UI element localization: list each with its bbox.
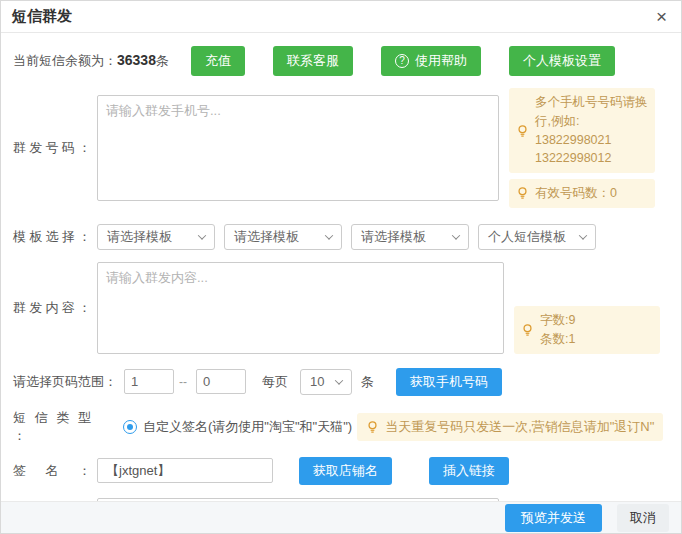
insert-link-button[interactable]: 插入链接 — [429, 457, 509, 485]
per-page-unit: 条 — [361, 373, 374, 391]
balance-unit: 条 — [156, 53, 169, 68]
get-shop-name-button[interactable]: 获取店铺名 — [299, 457, 392, 485]
template-select-1-value: 请选择模板 — [107, 228, 172, 246]
duplicate-number-hint-text: 当天重复号码只发送一次,营销信息请加"退订N" — [385, 417, 654, 437]
valid-count-hint: 有效号码数：0 — [509, 179, 655, 208]
chevron-down-icon — [198, 231, 206, 239]
sms-type-label: 短 信 类 型 ： — [13, 409, 91, 445]
signature-row: 签 名 ： 获取店铺名 插入链接 — [13, 457, 669, 485]
chevron-down-icon — [335, 376, 343, 384]
range-separator: -- — [179, 375, 187, 389]
preview-and-send-button[interactable]: 预览并发送 — [505, 504, 602, 532]
sms-type-row: 短 信 类 型 ： 自定义签名(请勿使用"淘宝"和"天猫") 当天重复号码只发送… — [13, 409, 669, 445]
per-page-select[interactable]: 10 — [300, 369, 352, 395]
recipients-hint-column: 多个手机号号码请换行,例如: 13822998021 13222998012 有… — [509, 88, 655, 208]
sms-bulk-send-dialog: 短信群发 × 当前短信余额为：36338条 充值 联系客服 ?使用帮助 个人模板… — [0, 0, 682, 534]
balance-label: 当前短信余额为： — [13, 53, 117, 68]
lightbulb-icon — [366, 420, 379, 434]
template-select-1[interactable]: 请选择模板 — [97, 224, 215, 250]
balance-text: 当前短信余额为：36338条 — [13, 52, 169, 70]
hint-example-number: 13222998012 — [535, 149, 648, 168]
fetch-phone-numbers-button[interactable]: 获取手机号码 — [396, 368, 502, 396]
balance-amount: 36338 — [117, 52, 156, 68]
page-to-input[interactable] — [196, 369, 246, 394]
personal-template-select-value: 个人短信模板 — [488, 228, 566, 246]
template-label: 模板选择： — [13, 228, 91, 246]
valid-count-text: 有效号码数：0 — [535, 184, 617, 203]
count-hint-text: 字数:9 条数:1 — [540, 311, 575, 349]
content-hint-column: 字数:9 条数:1 — [514, 306, 660, 354]
char-count: 字数:9 — [540, 311, 575, 330]
balance-row: 当前短信余额为：36338条 充值 联系客服 ?使用帮助 个人模板设置 — [13, 46, 669, 76]
personal-template-select[interactable]: 个人短信模板 — [478, 224, 596, 250]
lightbulb-icon — [521, 323, 534, 337]
per-page-label: 每页 — [262, 373, 288, 391]
chevron-down-icon — [325, 231, 333, 239]
contact-support-button[interactable]: 联系客服 — [273, 46, 353, 76]
message-count: 条数:1 — [540, 330, 575, 349]
template-select-3-value: 请选择模板 — [361, 228, 426, 246]
lightbulb-icon — [516, 124, 529, 138]
template-selects: 请选择模板 请选择模板 请选择模板 个人短信模板 — [97, 224, 596, 250]
signature-label: 签 名 ： — [13, 462, 91, 480]
multi-number-hint: 多个手机号号码请换行,例如: 13822998021 13222998012 — [509, 88, 655, 173]
chevron-down-icon — [452, 231, 460, 239]
template-select-3[interactable]: 请选择模板 — [351, 224, 469, 250]
duplicate-number-hint: 当天重复号码只发送一次,营销信息请加"退订N" — [357, 413, 663, 441]
recharge-button[interactable]: 充值 — [191, 46, 245, 76]
page-from-input[interactable] — [124, 369, 174, 394]
personal-template-settings-button[interactable]: 个人模板设置 — [509, 46, 615, 76]
signature-input[interactable] — [97, 458, 273, 483]
recipients-textarea[interactable] — [97, 95, 499, 201]
page-range-label: 请选择页码范围： — [13, 373, 117, 391]
lightbulb-icon — [516, 186, 529, 200]
chevron-down-icon — [579, 231, 587, 239]
question-icon: ? — [395, 54, 409, 68]
recipients-label: 群发号码： — [13, 139, 91, 157]
count-hint: 字数:9 条数:1 — [514, 306, 660, 354]
hint-example-number: 13822998021 — [535, 131, 648, 150]
template-row: 模板选择： 请选择模板 请选择模板 请选择模板 个人短信模板 — [13, 224, 669, 250]
usage-help-label: 使用帮助 — [415, 52, 467, 70]
dialog-footer: 预览并发送 取消 — [1, 501, 681, 533]
page-range-row: 请选择页码范围： -- 每页 10 条 获取手机号码 — [13, 368, 669, 396]
recipients-row: 群发号码： 多个手机号号码请换行,例如: 13822998021 1322299… — [13, 88, 669, 208]
per-page-value: 10 — [310, 374, 324, 389]
dialog-title: 短信群发 — [12, 7, 72, 26]
content-row: 群发内容： 字数:9 条数:1 — [13, 262, 669, 354]
hint-line: 多个手机号号码请换行,例如: — [535, 93, 648, 131]
custom-signature-radio[interactable] — [123, 420, 137, 434]
dialog-header: 短信群发 × — [1, 1, 681, 33]
content-textarea[interactable] — [97, 262, 504, 354]
dialog-body: 当前短信余额为：36338条 充值 联系客服 ?使用帮助 个人模板设置 群发号码… — [1, 33, 681, 534]
content-label: 群发内容： — [13, 299, 91, 317]
usage-help-button[interactable]: ?使用帮助 — [381, 46, 481, 76]
template-select-2[interactable]: 请选择模板 — [224, 224, 342, 250]
close-icon[interactable]: × — [656, 7, 667, 26]
custom-signature-radio-label: 自定义签名(请勿使用"淘宝"和"天猫") — [143, 418, 352, 436]
template-select-2-value: 请选择模板 — [234, 228, 299, 246]
multi-number-hint-text: 多个手机号号码请换行,例如: 13822998021 13222998012 — [535, 93, 648, 168]
cancel-button[interactable]: 取消 — [617, 504, 669, 532]
